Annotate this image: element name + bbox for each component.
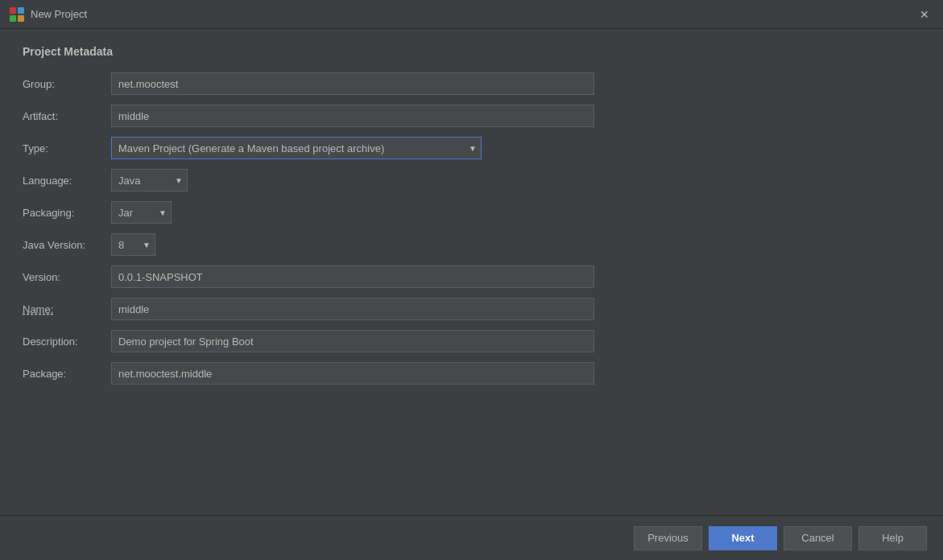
package-input[interactable]	[111, 362, 594, 385]
language-label: Language:	[23, 175, 111, 187]
java-version-select[interactable]: 8 11 17	[111, 233, 155, 256]
name-row: Name:	[23, 298, 920, 320]
name-label: Name:	[23, 303, 111, 315]
dialog-body: Project Metadata Group: Artifact: Type: …	[0, 29, 943, 410]
java-version-select-wrapper: 8 11 17 ▼	[111, 233, 155, 256]
app-icon	[10, 7, 24, 22]
previous-button[interactable]: Previous	[634, 526, 702, 550]
title-bar: New Project ✕	[0, 0, 943, 29]
packaging-row: Packaging: Jar War ▼	[23, 201, 920, 224]
description-input[interactable]	[111, 330, 594, 352]
packaging-label: Packaging:	[23, 207, 111, 219]
description-label: Description:	[23, 336, 111, 348]
java-version-row: Java Version: 8 11 17 ▼	[23, 233, 920, 256]
title-bar-left: New Project	[10, 7, 87, 22]
svg-rect-0	[10, 7, 16, 14]
type-label: Type:	[23, 142, 111, 154]
version-row: Version:	[23, 266, 920, 288]
help-button[interactable]: Help	[858, 526, 927, 550]
artifact-row: Artifact:	[23, 105, 920, 127]
version-input[interactable]	[111, 266, 594, 288]
package-row: Package:	[23, 362, 920, 385]
type-select-wrapper: Maven Project (Generate a Maven based pr…	[111, 137, 482, 159]
close-button[interactable]: ✕	[916, 6, 933, 23]
dialog-footer: Previous Next Cancel Help	[0, 515, 943, 560]
dialog-title: New Project	[31, 8, 87, 20]
svg-rect-3	[18, 15, 24, 22]
language-select[interactable]: Java Kotlin Groovy	[111, 169, 188, 191]
artifact-label: Artifact:	[23, 110, 111, 122]
type-select[interactable]: Maven Project (Generate a Maven based pr…	[111, 137, 482, 159]
artifact-input[interactable]	[111, 105, 594, 127]
package-label: Package:	[23, 368, 111, 380]
packaging-select[interactable]: Jar War	[111, 201, 172, 224]
svg-rect-2	[10, 15, 16, 22]
cancel-button[interactable]: Cancel	[784, 526, 852, 550]
group-input[interactable]	[111, 72, 594, 95]
svg-rect-1	[18, 7, 24, 14]
description-row: Description:	[23, 330, 920, 352]
next-button[interactable]: Next	[709, 526, 777, 550]
section-title: Project Metadata	[23, 45, 920, 58]
group-row: Group:	[23, 72, 920, 95]
language-row: Language: Java Kotlin Groovy ▼	[23, 169, 920, 191]
type-row: Type: Maven Project (Generate a Maven ba…	[23, 137, 920, 159]
group-label: Group:	[23, 78, 111, 90]
version-label: Version:	[23, 271, 111, 283]
language-select-wrapper: Java Kotlin Groovy ▼	[111, 169, 188, 191]
packaging-select-wrapper: Jar War ▼	[111, 201, 172, 224]
java-version-label: Java Version:	[23, 239, 111, 251]
name-input[interactable]	[111, 298, 594, 320]
